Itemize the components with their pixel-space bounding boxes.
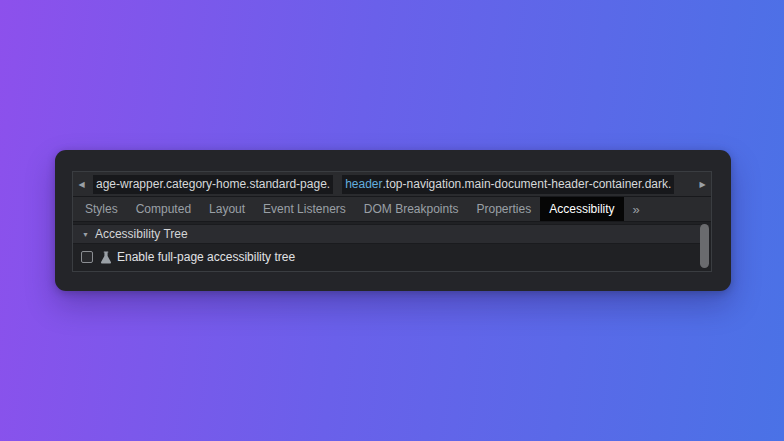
breadcrumb-class-list: .top-navigation.main-document-header-con… <box>383 177 672 191</box>
sidebar-tab-bar: Styles Computed Layout Event Listeners D… <box>73 197 711 222</box>
tab-computed[interactable]: Computed <box>127 197 200 221</box>
devtools-panel-content: ◀ age-wrapper.category-home.standard-pag… <box>72 171 712 272</box>
tab-properties[interactable]: Properties <box>468 197 541 221</box>
breadcrumb-scroll-left-icon[interactable]: ◀ <box>73 172 90 197</box>
enable-checkbox-label: Enable full-page accessibility tree <box>117 250 295 264</box>
tab-accessibility[interactable]: Accessibility <box>540 197 623 221</box>
breadcrumb-tag-name: header <box>345 177 382 191</box>
enable-accessibility-tree-row: Enable full-page accessibility tree <box>73 246 693 268</box>
tab-event-listeners[interactable]: Event Listeners <box>254 197 355 221</box>
tab-styles[interactable]: Styles <box>76 197 127 221</box>
tab-dom-breakpoints[interactable]: DOM Breakpoints <box>355 197 468 221</box>
section-title: Accessibility Tree <box>95 227 188 241</box>
more-tabs-icon[interactable]: » <box>624 197 649 221</box>
breadcrumb-item-header[interactable]: header.top-navigation.main-document-head… <box>342 175 674 194</box>
breadcrumb-scroll-right-icon[interactable]: ▶ <box>694 172 711 197</box>
experiment-flask-icon <box>100 251 112 264</box>
tab-layout[interactable]: Layout <box>200 197 254 221</box>
breadcrumb: ◀ age-wrapper.category-home.standard-pag… <box>73 172 711 197</box>
vertical-scrollbar-thumb[interactable] <box>700 224 709 268</box>
section-accessibility-tree[interactable]: ▼ Accessibility Tree <box>73 224 700 244</box>
breadcrumb-item-page-wrapper[interactable]: age-wrapper.category-home.standard-page. <box>93 175 333 194</box>
devtools-elements-sidebar-panel: ◀ age-wrapper.category-home.standard-pag… <box>55 150 731 291</box>
desktop-background: { "colors": { "background_gradient_start… <box>0 0 784 441</box>
triangle-expanded-icon[interactable]: ▼ <box>82 231 89 238</box>
enable-full-page-accessibility-tree-checkbox[interactable] <box>81 251 93 263</box>
